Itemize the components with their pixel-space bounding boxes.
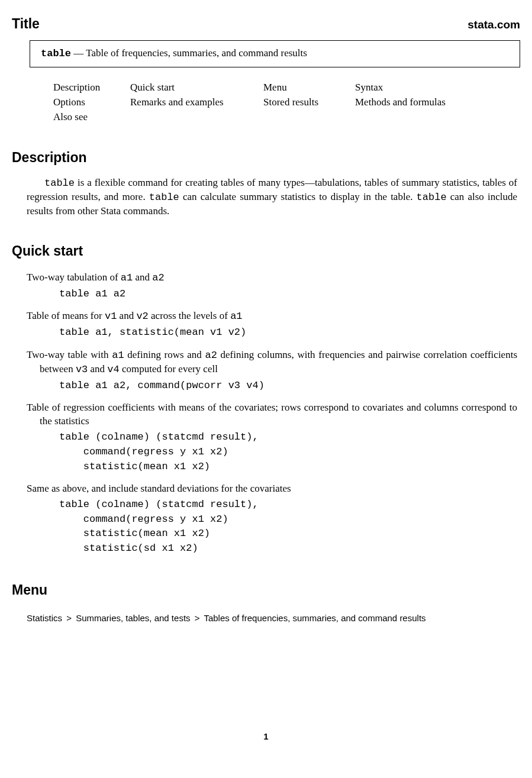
menu-p3: Tables of frequencies, summaries, and co… bbox=[204, 613, 425, 623]
ex2-t2: and bbox=[117, 310, 136, 321]
ex3-t5: computed for every cell bbox=[120, 363, 218, 375]
nav-options[interactable]: Options bbox=[53, 96, 85, 108]
example-2: Table of means for v1 and v2 across the … bbox=[27, 309, 517, 340]
ex3-c4: v4 bbox=[107, 364, 119, 375]
chevron-right-icon: > bbox=[193, 613, 202, 623]
nav-remarks[interactable]: Remarks and examples bbox=[130, 96, 224, 108]
desc-cmd3: table bbox=[417, 192, 447, 203]
description-paragraph: table is a flexible command for creating… bbox=[27, 176, 517, 218]
ex2-t1: Table of means for bbox=[27, 310, 105, 321]
ex3-t1: Two-way table with bbox=[27, 349, 112, 360]
menu-path: Statistics > Summaries, tables, and test… bbox=[27, 612, 520, 624]
desc-text2: can calculate summary statistics to disp… bbox=[179, 191, 417, 202]
nav-also-see[interactable]: Also see bbox=[53, 111, 88, 122]
ex1-c2: a2 bbox=[152, 272, 164, 283]
ex4-t1: Table of regression coefficients with me… bbox=[27, 402, 517, 427]
brand-link[interactable]: stata.com bbox=[467, 17, 520, 33]
desc-cmd1: table bbox=[44, 177, 75, 189]
nav-menu[interactable]: Menu bbox=[263, 82, 287, 93]
title-desc: Table of frequencies, summaries, and com… bbox=[86, 47, 307, 59]
menu-heading: Menu bbox=[12, 581, 520, 599]
ex3-c1: a1 bbox=[112, 350, 124, 361]
example-4: Table of regression coefficients with me… bbox=[27, 401, 517, 474]
nav-links: Description Quick start Menu Syntax Opti… bbox=[53, 80, 446, 125]
ex5-t1: Same as above, and include standard devi… bbox=[27, 483, 291, 494]
ex1-t2: and bbox=[133, 272, 152, 283]
page-title: Title bbox=[12, 15, 40, 33]
nav-syntax[interactable]: Syntax bbox=[355, 82, 383, 93]
example-5: Same as above, and include standard devi… bbox=[27, 482, 517, 556]
ex2-t3: across the levels of bbox=[149, 310, 230, 321]
title-command: table bbox=[41, 48, 71, 59]
title-box: table — Table of frequencies, summaries,… bbox=[30, 40, 520, 67]
nav-methods[interactable]: Methods and formulas bbox=[355, 96, 446, 108]
description-heading: Description bbox=[12, 149, 520, 167]
ex3-c2: a2 bbox=[205, 350, 217, 361]
ex1-c1: a1 bbox=[121, 272, 133, 283]
nav-quick-start[interactable]: Quick start bbox=[130, 82, 175, 93]
page-number: 1 bbox=[12, 731, 520, 743]
menu-p1: Statistics bbox=[27, 613, 62, 623]
ex5-code: table (colname) (statcmd result), comman… bbox=[59, 498, 517, 556]
chevron-right-icon: > bbox=[65, 613, 73, 623]
ex3-code: table a1 a2, command(pwcorr v3 v4) bbox=[59, 379, 517, 393]
ex2-c1: v1 bbox=[105, 311, 117, 322]
example-1: Two-way tabulation of a1 and a2 table a1… bbox=[27, 271, 517, 302]
ex3-t2: defining rows and bbox=[124, 349, 205, 360]
desc-cmd2: table bbox=[149, 192, 179, 203]
ex1-t1: Two-way tabulation of bbox=[27, 272, 121, 283]
ex4-code: table (colname) (statcmd result), comman… bbox=[59, 430, 517, 474]
quickstart-heading: Quick start bbox=[12, 242, 520, 260]
ex3-c3: v3 bbox=[76, 364, 88, 375]
ex2-c2: v2 bbox=[136, 311, 148, 322]
title-sep: — bbox=[71, 47, 86, 59]
nav-description[interactable]: Description bbox=[53, 82, 100, 93]
nav-stored-results[interactable]: Stored results bbox=[263, 96, 318, 108]
ex1-code: table a1 a2 bbox=[59, 287, 517, 302]
ex3-t4: and bbox=[88, 363, 107, 375]
menu-p2: Summaries, tables, and tests bbox=[76, 613, 190, 623]
ex2-c3: a1 bbox=[230, 311, 242, 322]
example-3: Two-way table with a1 defining rows and … bbox=[27, 348, 517, 393]
ex2-code: table a1, statistic(mean v1 v2) bbox=[59, 325, 517, 340]
